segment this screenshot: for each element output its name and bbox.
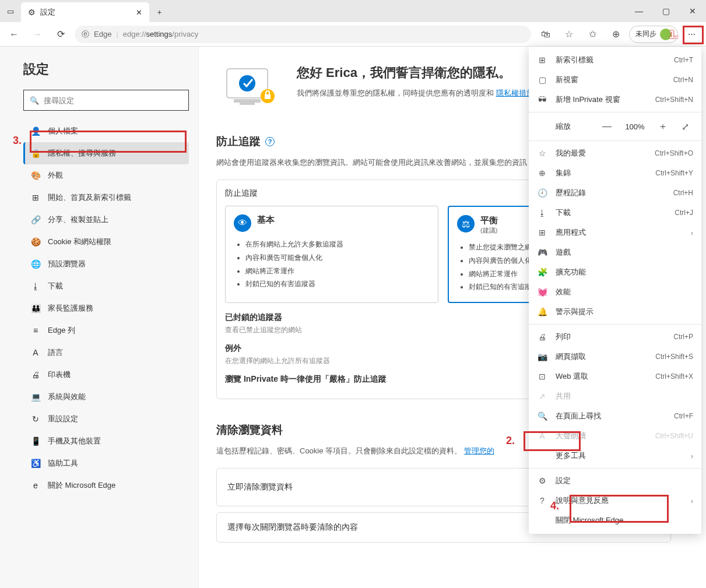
sidebar-item-7[interactable]: ⭳下載	[23, 275, 189, 297]
manage-link[interactable]: 管理您的	[464, 446, 494, 455]
sidebar-item-icon: ⊞	[30, 193, 41, 202]
menu-item-icon: 🖨	[537, 332, 547, 341]
close-tab-icon[interactable]: ✕	[136, 8, 142, 17]
menu-item[interactable]: 💓效能	[529, 282, 701, 302]
menu-item-label: 集錦	[556, 168, 647, 178]
menu-item[interactable]: ⊕集錦Ctrl+Shift+Y	[529, 163, 701, 183]
favorite-star-button[interactable]: ☆	[559, 24, 579, 44]
sidebar-item-11[interactable]: 🖨印表機	[23, 364, 189, 386]
zoom-out-button[interactable]: —	[599, 118, 615, 135]
card-point: 在所有網站上允許大多數追蹤器	[245, 238, 430, 251]
shopping-icon[interactable]: 🛍	[536, 24, 556, 44]
sidebar-item-3[interactable]: ⊞開始、首頁及新索引標籤	[23, 186, 189, 209]
card-subtitle: (建議)	[480, 226, 498, 235]
sidebar-item-10[interactable]: A語言	[23, 341, 189, 364]
collections-icon[interactable]: ⊕	[606, 24, 626, 44]
sidebar-item-9[interactable]: ≡Edge 列	[23, 319, 189, 341]
menu-item[interactable]: 🔍在頁面上尋找Ctrl+F	[529, 406, 701, 426]
tracking-card-0[interactable]: 👁基本在所有網站上允許大多數追蹤器內容和廣告可能會個人化網站將正常運作封鎖已知的…	[225, 206, 438, 303]
zoom-pct: 100%	[621, 122, 649, 131]
menu-item[interactable]: 🕶新增 InPrivate 視窗Ctrl+Shift+N	[529, 90, 701, 110]
chevron-right-icon: ›	[691, 228, 693, 237]
fullscreen-button[interactable]: ⤢	[677, 118, 693, 135]
menu-item[interactable]: ⚙設定	[529, 471, 701, 491]
info-icon[interactable]: ?	[265, 137, 275, 146]
browser-tab[interactable]: ⚙ 設定 ✕	[21, 2, 149, 22]
menu-item[interactable]: ⊞新索引標籤Ctrl+T	[529, 50, 701, 70]
settings-search-box[interactable]: 🔍	[23, 90, 189, 111]
card-icon: ⚖	[457, 215, 475, 233]
zoom-row: 縮放—100%＋⤢	[529, 115, 701, 138]
menu-item-label: 列印	[556, 332, 665, 342]
sidebar-item-0[interactable]: 👤個人檔案	[23, 120, 189, 142]
favorites-icon[interactable]: ✩	[582, 24, 602, 44]
privacy-link[interactable]: 隱私權措施	[496, 89, 534, 97]
more-menu-button[interactable]: ⋯	[682, 24, 701, 44]
menu-item-label: Web 選取	[556, 371, 647, 382]
sidebar-item-1[interactable]: 🔒隱私權、搜尋與服務	[23, 142, 189, 164]
sidebar-item-icon: ♿	[30, 459, 41, 468]
sidebar-item-15[interactable]: ♿協助工具	[23, 452, 189, 474]
url-box[interactable]: ⓔ Edge | edge://settings/privacy	[75, 26, 531, 43]
sidebar-item-label: 隱私權、搜尋與服務	[48, 148, 116, 159]
privacy-hero-image	[216, 64, 280, 111]
menu-item-icon: A	[537, 431, 547, 441]
menu-shortcut: Ctrl+T	[674, 56, 693, 64]
menu-item-icon: ⊞	[537, 55, 547, 65]
card-title: 平衡	[480, 215, 498, 226]
menu-item[interactable]: ▢新視窗Ctrl+N	[529, 70, 701, 90]
sidebar-item-16[interactable]: e關於 Microsoft Edge	[23, 474, 189, 497]
maximize-button[interactable]: ▢	[652, 0, 679, 22]
sidebar-item-label: 關於 Microsoft Edge	[48, 480, 115, 491]
settings-search-input[interactable]	[44, 96, 182, 105]
menu-item-label: 在頁面上尋找	[556, 411, 666, 421]
menu-item[interactable]: 🔔警示與提示	[529, 302, 701, 322]
menu-shortcut: Ctrl+Shift+S	[655, 353, 693, 361]
sidebar-item-6[interactable]: 🌐預設瀏覽器	[23, 253, 189, 275]
zoom-in-button[interactable]: ＋	[655, 118, 671, 135]
new-tab-button[interactable]: ＋	[149, 2, 169, 22]
sidebar-item-label: 開始、首頁及新索引標籤	[48, 192, 131, 203]
sidebar-item-label: 重設設定	[48, 414, 78, 424]
sidebar-item-label: 印表機	[48, 369, 71, 380]
menu-item[interactable]: ?說明與意見反應›	[529, 491, 701, 510]
menu-item[interactable]: 🎮遊戲	[529, 242, 701, 262]
hero-body: 我們將保護並尊重您的隱私權，同時提供您應有的透明度和 隱私權措施	[297, 87, 534, 100]
menu-item[interactable]: 🧩擴充功能	[529, 262, 701, 282]
refresh-button[interactable]: ⟳	[51, 25, 70, 44]
menu-item: A大聲朗讀Ctrl+Shift+U	[529, 426, 701, 446]
menu-item[interactable]: ☆我的最愛Ctrl+Shift+O	[529, 143, 701, 163]
sidebar-item-4[interactable]: 🔗分享、複製並貼上	[23, 209, 189, 231]
menu-shortcut: Ctrl+Shift+Y	[655, 169, 693, 177]
gear-icon: ⚙	[28, 8, 36, 17]
menu-item[interactable]: 📷網頁擷取Ctrl+Shift+S	[529, 347, 701, 367]
sidebar-item-13[interactable]: ↻重設設定	[23, 408, 189, 430]
sidebar-item-label: Edge 列	[48, 325, 75, 336]
sidebar-item-12[interactable]: 💻系統與效能	[23, 386, 189, 408]
sync-status-pill[interactable]: 未同步	[629, 26, 678, 43]
sidebar-item-2[interactable]: 🎨外觀	[23, 164, 189, 186]
close-window-button[interactable]: ✕	[679, 0, 706, 22]
menu-item[interactable]: 🖨列印Ctrl+P	[529, 327, 701, 347]
tab-title: 設定	[40, 7, 55, 17]
more-menu-dropdown: ⊞新索引標籤Ctrl+T▢新視窗Ctrl+N🕶新增 InPrivate 視窗Ct…	[529, 47, 701, 534]
menu-item[interactable]: ⊡Web 選取Ctrl+Shift+X	[529, 367, 701, 386]
sidebar-item-icon: e	[30, 481, 41, 490]
forward-button[interactable]: →	[28, 25, 47, 44]
tab-actions-button[interactable]: ▭	[0, 0, 21, 22]
minimize-button[interactable]: —	[626, 0, 652, 22]
menu-item[interactable]: 更多工具›	[529, 446, 701, 466]
menu-item[interactable]: ⊞應用程式›	[529, 223, 701, 242]
back-button[interactable]: ←	[5, 25, 23, 44]
menu-item[interactable]: 🕘歷程記錄Ctrl+H	[529, 183, 701, 203]
sidebar-item-label: 個人檔案	[48, 126, 78, 136]
menu-item-icon: ⚙	[537, 476, 547, 485]
sidebar-item-5[interactable]: 🍪Cookie 和網站權限	[23, 231, 189, 253]
menu-item[interactable]: 關閉 Microsoft Edge	[529, 510, 701, 530]
zoom-label: 縮放	[537, 121, 593, 132]
sidebar-item-14[interactable]: 📱手機及其他裝置	[23, 430, 189, 452]
card-point: 網站將正常運作	[245, 265, 430, 278]
menu-item[interactable]: ⭳下載Ctrl+J	[529, 203, 701, 223]
sidebar-item-8[interactable]: 👪家長監護服務	[23, 297, 189, 319]
menu-item-label: 擴充功能	[556, 267, 693, 277]
